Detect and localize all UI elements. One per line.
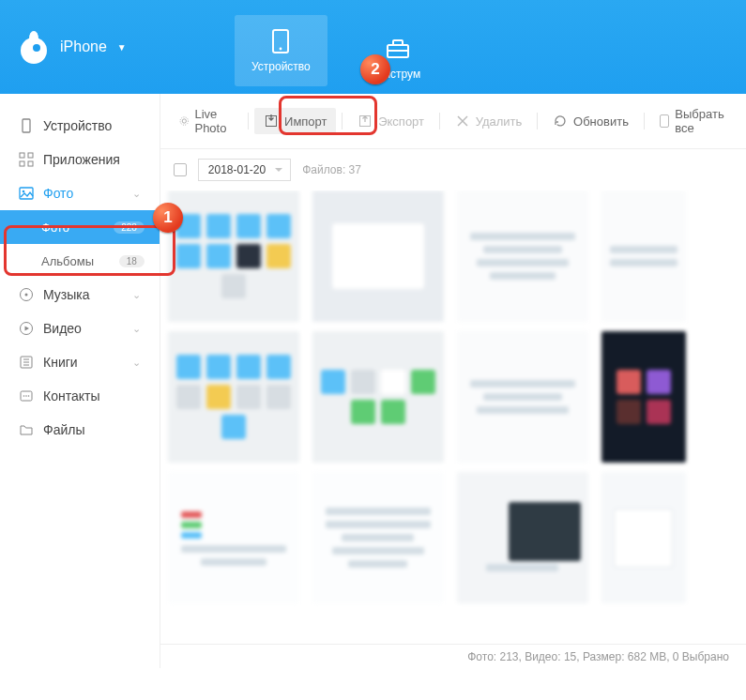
status-bar: Фото: 213, Видео: 15, Размер: 682 MB, 0 …: [160, 644, 746, 668]
svg-rect-8: [23, 119, 30, 132]
svg-point-1: [29, 31, 38, 46]
device-selector-label: iPhone: [60, 38, 107, 55]
import-icon: [264, 114, 279, 129]
main-panel: Live Photo Импорт Экспорт Удалить Обнови…: [160, 94, 746, 668]
sidebar-label: Фото: [43, 186, 73, 201]
live-photo-label: Live Photo: [194, 107, 233, 135]
checkbox-icon: [660, 114, 670, 128]
chevron-down-icon: ⌄: [132, 357, 141, 369]
date-filter-bar: 2018-01-20 Файлов: 37: [160, 149, 746, 190]
svg-rect-12: [28, 161, 33, 166]
sidebar-label: Видео: [43, 321, 82, 336]
tablet-icon: [267, 28, 294, 54]
sidebar-item-contacts[interactable]: Контакты: [0, 379, 160, 413]
svg-point-23: [23, 395, 25, 397]
action-toolbar: Live Photo Импорт Экспорт Удалить Обнови…: [160, 94, 746, 149]
svg-rect-9: [20, 153, 24, 158]
sidebar-label: Файлы: [43, 422, 84, 437]
apps-icon: [19, 152, 34, 167]
photo-icon: [19, 186, 34, 201]
sidebar-sub-label: Фото: [41, 221, 69, 235]
sidebar-label: Контакты: [43, 388, 99, 403]
svg-rect-11: [20, 161, 24, 166]
separator: [248, 113, 249, 129]
photo-thumb[interactable]: [168, 190, 299, 322]
svg-point-14: [23, 190, 25, 193]
tab-tools[interactable]: Инструм: [373, 30, 424, 86]
date-dropdown[interactable]: 2018-01-20: [198, 159, 291, 181]
svg-rect-10: [28, 153, 33, 158]
photo-thumb[interactable]: [312, 472, 444, 603]
group-checkbox[interactable]: [174, 163, 187, 176]
photo-thumb[interactable]: [601, 331, 686, 463]
sidebar-item-music[interactable]: Музыка ⌄: [0, 278, 160, 312]
svg-point-4: [280, 48, 282, 51]
sidebar-sub-photo[interactable]: Фото 228: [0, 210, 160, 244]
svg-point-26: [182, 119, 186, 123]
separator: [342, 113, 343, 129]
select-all-button[interactable]: Выбрать все: [650, 101, 737, 141]
app-body: Устройство Приложения Фото ⌄ Фото 228 Ал…: [0, 94, 746, 668]
sidebar-item-device[interactable]: Устройство: [0, 109, 160, 143]
import-label: Импорт: [284, 114, 327, 129]
sidebar-label: Музыка: [43, 287, 90, 302]
sidebar-item-apps[interactable]: Приложения: [0, 143, 160, 176]
sidebar-item-books[interactable]: Книги ⌄: [0, 345, 160, 379]
albums-count-badge: 18: [119, 255, 145, 267]
svg-point-24: [25, 395, 27, 397]
separator: [644, 113, 645, 129]
refresh-label: Обновить: [573, 114, 629, 129]
sidebar-sub-albums[interactable]: Альбомы 18: [0, 244, 160, 278]
refresh-button[interactable]: Обновить: [543, 108, 638, 134]
sidebar-label: Книги: [43, 355, 78, 370]
refresh-icon: [553, 114, 568, 129]
separator: [537, 113, 538, 129]
select-all-label: Выбрать все: [675, 107, 727, 135]
photo-thumb[interactable]: [457, 331, 588, 463]
photo-thumb[interactable]: [168, 331, 299, 463]
sidebar-label: Устройство: [43, 118, 112, 133]
export-label: Экспорт: [378, 114, 424, 129]
music-icon: [19, 287, 34, 302]
sidebar: Устройство Приложения Фото ⌄ Фото 228 Ал…: [0, 94, 160, 668]
photo-thumb[interactable]: [601, 190, 686, 322]
delete-icon: [455, 114, 470, 129]
sidebar-item-files[interactable]: Файлы: [0, 413, 160, 447]
delete-button[interactable]: Удалить: [446, 108, 532, 134]
sidebar-item-video[interactable]: Видео ⌄: [0, 312, 160, 345]
import-button[interactable]: Импорт: [254, 108, 336, 134]
status-text: Фото: 213, Видео: 15, Размер: 682 MB, 0 …: [467, 650, 729, 663]
svg-point-27: [180, 117, 189, 126]
svg-point-25: [28, 395, 30, 397]
sidebar-item-photo[interactable]: Фото ⌄: [0, 176, 160, 210]
photo-thumb[interactable]: [457, 472, 588, 603]
photo-thumb[interactable]: [312, 331, 444, 463]
video-icon: [19, 321, 34, 336]
folder-icon: [19, 422, 34, 437]
chevron-down-icon: ⌄: [132, 188, 141, 200]
delete-label: Удалить: [476, 114, 523, 129]
photo-thumb[interactable]: [601, 472, 686, 603]
live-photo-icon: [179, 114, 190, 129]
svg-point-16: [25, 294, 28, 297]
device-icon: [19, 118, 34, 133]
separator: [439, 113, 440, 129]
live-photo-button[interactable]: Live Photo: [170, 101, 243, 141]
photo-thumb[interactable]: [168, 472, 299, 603]
photo-thumb[interactable]: [457, 190, 588, 322]
header: iPhone ▼ Устройство Инструм: [0, 0, 746, 94]
chevron-down-icon: ⌄: [132, 323, 141, 335]
file-count-label: Файлов: 37: [302, 163, 361, 176]
export-button[interactable]: Экспорт: [348, 108, 434, 134]
export-icon: [358, 114, 373, 129]
brand-section[interactable]: iPhone ▼: [0, 0, 178, 94]
tab-device[interactable]: Устройство: [235, 15, 327, 86]
svg-rect-6: [393, 40, 403, 45]
photo-thumb[interactable]: [312, 190, 444, 322]
photo-count-badge: 228: [114, 221, 145, 234]
photo-grid: [160, 190, 746, 644]
header-tabs: Устройство Инструм: [178, 0, 424, 94]
tab-tools-label: Инструм: [376, 68, 420, 81]
book-icon: [19, 355, 34, 370]
svg-point-2: [33, 44, 40, 52]
